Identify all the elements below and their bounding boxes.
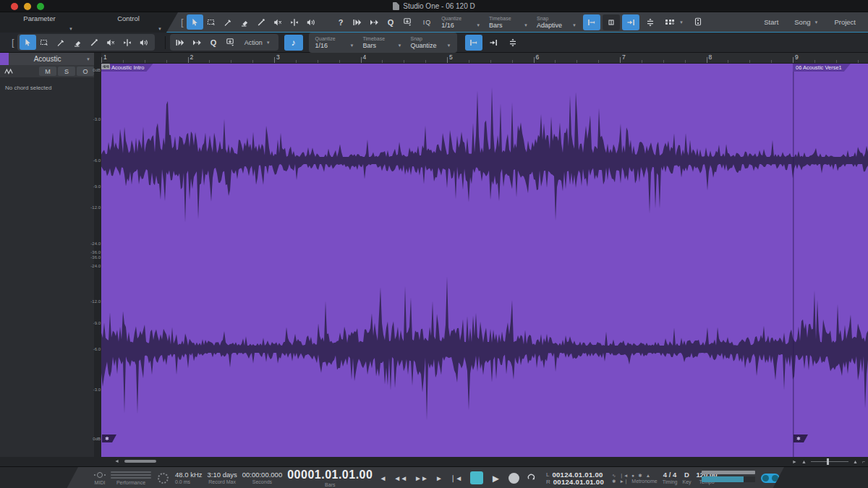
autoscroll-toggle[interactable]	[583, 14, 600, 30]
ruler-minor-tick	[512, 60, 513, 63]
play-through-button[interactable]	[366, 14, 383, 30]
record-button[interactable]	[509, 473, 519, 484]
parameter-tab[interactable]: Parameter ▼	[0, 12, 89, 33]
listen-tool-button[interactable]	[136, 35, 153, 50]
ruler-major-tick	[101, 57, 102, 63]
scroll-right-icon[interactable]: ►	[792, 459, 797, 464]
paint-tool-button[interactable]	[86, 35, 103, 50]
play-button[interactable]: ►	[490, 473, 501, 484]
start-page-button[interactable]: Start	[757, 15, 785, 29]
record-max-label: Record Max	[208, 479, 236, 484]
loop-start-value: 00124.01.01.00	[552, 471, 603, 478]
track-color-swatch[interactable]	[0, 53, 9, 65]
dot-icon: ●	[631, 473, 634, 478]
edit-snap-group: Quantize 1/16▼ Timebase Bars▼ Snap Quant…	[309, 33, 458, 53]
snap-to-end-toggle[interactable]	[485, 35, 502, 51]
seconds-time-display[interactable]: 00:00:00.000 Seconds	[242, 471, 282, 485]
stop-button[interactable]	[470, 471, 483, 484]
clip-tab[interactable]: 06 Acoustic Verse1	[793, 64, 851, 72]
split-view-toggle[interactable]	[504, 35, 522, 51]
marker-toggle[interactable]	[603, 14, 620, 30]
ruler-bar-label: 8	[709, 53, 712, 61]
range-tool-button[interactable]	[36, 35, 53, 50]
loop-range-block[interactable]: L00124.01.01.00 R00124.01.01.00	[546, 471, 604, 485]
performance-meter[interactable]: Performance	[111, 471, 151, 485]
quantize-note-button[interactable]: ♪	[284, 35, 303, 51]
scroll-left-icon[interactable]: ◄	[114, 458, 119, 463]
mute-tool-button[interactable]	[103, 35, 119, 50]
monitor-toggle[interactable]	[761, 474, 780, 483]
track-header[interactable]: Acoustic ▼	[0, 53, 94, 65]
split-view-toggle[interactable]	[642, 14, 659, 30]
db-scale-label: 0dB	[93, 68, 101, 72]
chevron-down-icon: ▼	[86, 57, 90, 61]
waveform-canvas[interactable]	[101, 64, 868, 457]
split-tool-button[interactable]	[53, 35, 69, 50]
timebase-dropdown[interactable]: Timebase Bars▼	[359, 33, 407, 52]
timeline-ruler[interactable]: 123456789	[101, 53, 868, 64]
bend-tool-button[interactable]	[286, 14, 303, 30]
play-through-button[interactable]	[189, 35, 205, 50]
action-menu-label: Action	[244, 39, 263, 46]
paint-tool-button[interactable]	[253, 14, 270, 30]
play-from-start-button[interactable]	[172, 35, 189, 50]
nudge-back-button[interactable]: ◄	[378, 474, 387, 482]
ruler-minor-tick	[145, 60, 145, 63]
dub-stamp-button[interactable]	[222, 35, 239, 50]
zoom-preset-icon[interactable]: ⌐	[862, 459, 865, 464]
autoscroll-toggle[interactable]	[465, 35, 482, 51]
snap-dropdown[interactable]: Snap Adaptive▼	[532, 13, 581, 32]
horizontal-scrollbar-thumb[interactable]	[124, 460, 156, 463]
range-tool-button[interactable]	[203, 14, 220, 30]
zoom-slider[interactable]	[811, 461, 848, 462]
solo-button[interactable]: S	[58, 67, 75, 76]
quantize-action-button[interactable]: Q	[205, 35, 222, 50]
return-to-start-button[interactable]: ❘◄	[448, 474, 463, 482]
quantize-dropdown[interactable]: Quantize 1/16▼	[437, 13, 485, 32]
zoom-slider-thumb[interactable]	[827, 458, 829, 465]
monitor-button[interactable]: O	[77, 67, 94, 76]
seconds-label: Seconds	[252, 479, 272, 484]
bend-tool-button[interactable]	[119, 35, 136, 50]
eraser-tool-button[interactable]	[237, 14, 253, 30]
layout-grid-button[interactable]: ▼	[659, 17, 690, 28]
arrow-tool-button[interactable]	[20, 35, 36, 50]
timebase-dropdown[interactable]: Timebase Bars▼	[485, 13, 532, 32]
control-tab[interactable]: Control ▼	[89, 12, 178, 33]
quantize-action-button[interactable]: Q	[383, 14, 399, 30]
time-signature-block[interactable]: 4 / 4 Timing	[663, 471, 678, 485]
song-page-button[interactable]: Song▼	[788, 15, 825, 29]
ruler-minor-tick	[836, 60, 837, 63]
quantize-dropdown[interactable]: Quantize 1/16▼	[311, 33, 359, 52]
fast-forward-button[interactable]: ►►	[413, 474, 429, 482]
ruler-bar-label: 4	[363, 53, 367, 61]
mute-tool-button[interactable]	[270, 14, 286, 30]
split-tool-button[interactable]	[220, 14, 237, 30]
zoom-in-icon[interactable]: ▲	[853, 459, 858, 464]
action-menu-button[interactable]: Action▼	[239, 39, 276, 46]
metronome-icon: ▲	[646, 473, 650, 478]
loop-button[interactable]	[527, 471, 538, 484]
dub-stamp-button[interactable]	[399, 14, 416, 30]
metronome-block[interactable]: ∿❘◄●✱▲ ✱►❘Metronome	[612, 473, 658, 484]
key-block[interactable]: D Key	[682, 471, 691, 485]
snap-to-end-toggle[interactable]	[622, 14, 639, 30]
listen-tool-button[interactable]	[303, 14, 320, 30]
mute-button[interactable]: M	[39, 67, 56, 76]
db-scale-label: -24.0	[90, 264, 101, 268]
nudge-forward-button[interactable]: ►	[434, 474, 443, 482]
bars-time-display[interactable]: 00001.01.01.00 Bars	[287, 469, 373, 487]
eraser-tool-button[interactable]	[69, 35, 86, 50]
tape-view-button[interactable]	[690, 14, 707, 30]
db-scale-label: 0dB	[93, 437, 101, 441]
db-scale-label: -9.0	[93, 321, 101, 325]
zoom-out-icon[interactable]: ▲	[801, 459, 807, 464]
play-from-start-button[interactable]	[349, 14, 366, 30]
rewind-button[interactable]: ◄◄	[392, 474, 408, 482]
snap-dropdown[interactable]: Snap Quantize▼	[407, 33, 456, 52]
help-button[interactable]: ?	[333, 14, 349, 30]
arrow-tool-button[interactable]	[187, 14, 203, 30]
project-page-button[interactable]: Project	[827, 15, 862, 29]
punch-icon: ►❘	[619, 479, 628, 484]
page-switcher: Start Song▼ Project	[757, 15, 868, 29]
